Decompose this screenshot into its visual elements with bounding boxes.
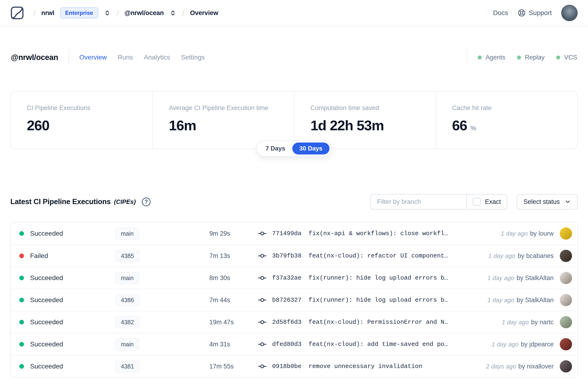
range-7-days-button[interactable]: 7 Days [259,143,292,154]
branch-badge[interactable]: 4382 [115,316,140,328]
run-status-dot-icon [19,320,24,324]
branch-badge[interactable]: main [115,228,139,240]
user-avatar[interactable] [561,5,578,21]
org-switcher-chevrons-icon[interactable] [104,9,111,17]
commit-hash: 3b79fb38 [272,252,302,259]
author-avatar [560,228,572,240]
run-time-ago: 1 day ago [487,274,514,282]
cipe-table-row[interactable]: Succeeded main 8m 30s f37a32ae fix(runne… [11,267,577,289]
exact-checkbox[interactable] [473,198,481,206]
author-avatar [560,316,572,328]
run-status-label: Succeeded [30,362,63,370]
service-agents[interactable]: Agents [478,54,505,61]
branch-badge[interactable]: main [115,272,139,284]
breadcrumb-page: Overview [190,9,218,17]
workspace-tabs: Overview Runs Analytics Settings [79,54,205,61]
cipe-table-row[interactable]: Succeeded main 4m 31s dfed80d3 feat(nx-c… [11,333,577,355]
run-status-label: Succeeded [30,318,63,326]
run-duration: 7m 13s [209,252,258,260]
branch-filter-input[interactable] [371,194,466,209]
commit-info[interactable]: 0918b0be remove unnecessary invalidation [258,362,486,371]
cipe-table-row[interactable]: Succeeded 4386 7m 44s b8726327 fix(runne… [11,289,577,311]
chevron-down-icon [565,198,571,205]
help-icon[interactable]: ? [142,197,151,206]
run-author: by nixallover [518,363,554,370]
commit-hash: 0918b0be [272,363,302,370]
status-dot-icon [517,56,521,59]
workspace-switcher-chevrons-icon[interactable] [170,9,177,17]
select-status-dropdown[interactable]: Select status [517,194,578,209]
commit-message: feat(nx-cloud): refactor UI component… [309,252,448,259]
divider [467,49,467,65]
commit-hash: dfed80d3 [272,341,302,348]
run-status-label: Succeeded [30,341,63,348]
git-commit-icon [258,362,266,371]
run-time-ago: 1 day ago [502,319,529,326]
tab-analytics[interactable]: Analytics [144,54,170,61]
time-range-toggle: 7 Days 30 Days [256,140,332,157]
run-author: by nartc [531,319,554,326]
top-navigation-bar: / nrwl Enterprise / @nrwl/ocean / Overvi… [0,0,588,26]
run-status-label: Failed [30,252,48,260]
tab-runs[interactable]: Runs [118,54,133,61]
run-status-dot-icon [19,364,24,369]
stat-computation-time-saved: Computation time saved 1d 22h 53m [294,92,436,149]
commit-message: feat(nx-cloud): PermissionError and N… [309,319,448,326]
commit-info[interactable]: 771499da fix(nx-api & workflows): close … [258,229,501,238]
breadcrumb: / nrwl Enterprise / @nrwl/ocean / Overvi… [33,7,218,19]
branch-badge[interactable]: 4385 [115,250,140,262]
breadcrumb-workspace[interactable]: @nrwl/ocean [124,9,164,17]
branch-filter-group: Exact [370,194,507,209]
commit-info[interactable]: dfed80d3 feat(nx-cloud): add time-saved … [258,340,492,348]
branch-badge[interactable]: 4386 [115,294,140,306]
run-duration: 8m 30s [209,274,258,282]
range-30-days-button[interactable]: 30 Days [292,143,329,154]
commit-message: fix(runner): hide log upload errors b… [309,274,448,282]
run-time-ago: 1 day ago [489,252,515,260]
branch-badge[interactable]: 4381 [115,361,140,373]
cipe-table-row[interactable]: Succeeded main 9m 29s 771499da fix(nx-ap… [11,223,577,245]
branch-badge[interactable]: main [115,338,139,350]
status-dot-icon [478,56,482,59]
docs-link[interactable]: Docs [493,9,508,17]
cipe-table-row[interactable]: Failed 4385 7m 13s 3b79fb38 feat(nx-clou… [11,245,577,267]
git-commit-icon [258,274,266,282]
tab-overview[interactable]: Overview [79,54,107,61]
git-commit-icon [258,229,266,238]
author-avatar [560,294,572,306]
commit-hash: b8726327 [272,297,302,304]
cipe-table-row[interactable]: Succeeded 4382 19m 47s 2d58f6d3 feat(nx-… [11,311,577,333]
run-time-ago: 1 day ago [492,341,518,348]
run-status-dot-icon [19,253,24,258]
breadcrumb-org[interactable]: nrwl [41,9,54,17]
git-commit-icon [258,296,266,304]
exact-match-option: Exact [466,194,507,209]
page-title: @nrwl/ocean [11,53,58,62]
run-status-dot-icon [19,298,24,303]
commit-info[interactable]: f37a32ae fix(runner): hide log upload er… [258,274,487,282]
commit-info[interactable]: b8726327 fix(runner): hide log upload er… [258,296,487,304]
cipe-table-row[interactable]: Succeeded 4381 17m 55s 0918b0be remove u… [11,355,577,377]
run-time-ago: 1 day ago [487,297,514,304]
cipe-section-header: Latest CI Pipeline Executions (CIPEs) ? … [10,193,578,210]
enterprise-badge[interactable]: Enterprise [60,7,98,19]
stat-ci-pipeline-executions: CI Pipeline Executions 260 [11,92,152,149]
run-status-dot-icon [19,276,24,280]
run-time-ago: 1 day ago [501,230,528,237]
commit-hash: f37a32ae [272,274,302,282]
exact-label[interactable]: Exact [485,198,501,206]
tab-settings[interactable]: Settings [181,54,205,61]
service-vcs[interactable]: VCS [556,54,577,61]
run-duration: 19m 47s [209,319,258,326]
run-author: by StalkAltan [516,274,554,282]
run-author: by StalkAltan [516,297,554,304]
life-buoy-icon [517,9,526,17]
run-duration: 7m 44s [209,297,258,304]
commit-info[interactable]: 3b79fb38 feat(nx-cloud): refactor UI com… [258,252,489,260]
commit-info[interactable]: 2d58f6d3 feat(nx-cloud): PermissionError… [258,318,502,326]
git-commit-icon [258,340,266,348]
nx-cloud-logo-icon[interactable] [10,6,24,20]
author-avatar [560,272,572,284]
service-replay[interactable]: Replay [517,54,545,61]
support-link[interactable]: Support [517,9,552,17]
